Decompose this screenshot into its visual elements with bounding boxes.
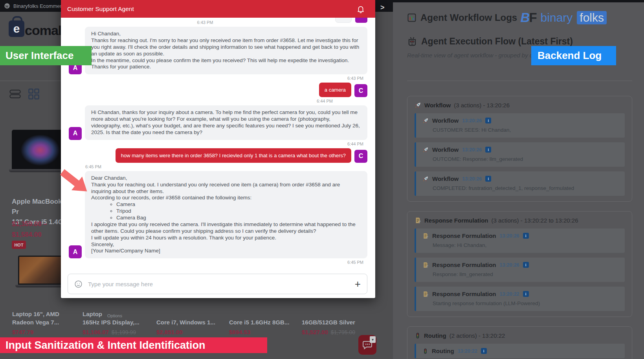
product-image-macbook[interactable]: [12, 130, 66, 172]
truncated-message: [335, 18, 367, 23]
product-title-line: [302, 311, 371, 319]
hot-badge: HOT: [12, 241, 26, 249]
binaryfolks-logo: BF binary folks: [521, 10, 607, 25]
log-entry: Response Formulation 13:20:26 i Response…: [415, 258, 625, 282]
chat-message: A Hi Chandan, Thanks for reaching out. I…: [69, 27, 367, 74]
screenshot-root: Binaryfolks Ecommerce e comall Apple Mac…: [0, 0, 644, 359]
avatar: A: [69, 127, 82, 140]
info-icon[interactable]: i: [481, 348, 487, 354]
label-user-interface: User Interface: [0, 46, 92, 65]
chat-message: A Hi Chandan, thanks for your inquiry ab…: [69, 105, 367, 140]
emoji-icon[interactable]: [74, 280, 83, 288]
info-icon[interactable]: i: [485, 147, 491, 153]
price: $747.79: [12, 329, 33, 335]
logo-letter-b: B: [521, 10, 529, 25]
log-entry-body: Response: llm_generated: [433, 271, 619, 278]
info-icon[interactable]: i: [523, 233, 529, 239]
log-group-title: Response Formulation: [424, 217, 488, 224]
chat-header: Customer Support Agent: [61, 0, 375, 18]
bell-icon[interactable]: [356, 5, 365, 13]
log-group-header: Workflow (3 actions) - 13:20:26: [415, 102, 625, 109]
shop-logo[interactable]: e comall: [9, 20, 65, 37]
message-text: I apologize that you only received the c…: [91, 221, 361, 235]
message-text: I will update you within 24 hours with a…: [91, 235, 361, 241]
panel-subtitle-row: Agent Execution Flow (Latest First): [407, 35, 632, 47]
product-card[interactable]: Core i7, Windows 1... $2,851.00: [156, 311, 226, 335]
log-entry-time: 13:20:26: [462, 118, 482, 123]
log-entry: Workflow 13:20:26 i CUSTOMER SEES: Hi Ch…: [415, 113, 625, 138]
agent-bubble: Hi Chandan, thanks for your inquiry abou…: [85, 105, 367, 140]
message-text: Thanks for reaching out. I'm sorry to he…: [91, 37, 361, 57]
list-view-icon[interactable]: [9, 89, 21, 99]
info-icon[interactable]: i: [485, 118, 491, 123]
product-card[interactable]: Laptop 16", AMD Radeon Vega 7... $747.79: [12, 311, 81, 335]
avatar: C: [354, 84, 367, 97]
scroll-down-button[interactable]: ▾: [370, 336, 376, 343]
memo-icon: [422, 262, 429, 268]
log-entry-time: 13:20:26: [462, 147, 482, 153]
timestamp: 6:43 PM: [69, 20, 367, 25]
logo-binary-text: binary: [541, 11, 573, 24]
log-entry-header: Response Formulation 13:20:22 i: [422, 290, 619, 298]
info-icon[interactable]: i: [523, 262, 529, 268]
product-title-line: [156, 311, 226, 319]
log-entry-time: 13:20:26: [500, 262, 519, 268]
chevron-right-icon[interactable]: >: [380, 4, 385, 12]
customer-bubble: a camera: [319, 83, 351, 97]
product-price: $894.53: [229, 329, 298, 335]
price: $2,851.00: [156, 329, 183, 335]
flow-heading: Agent Execution Flow (Latest First): [421, 36, 573, 47]
price: $1,527.00: [302, 329, 328, 335]
robot-icon: [407, 36, 417, 46]
log-entry-name: Workflow: [432, 117, 459, 124]
message-text: Thank you for reaching out. I understand…: [91, 182, 361, 195]
log-entry: Routing 13:20:22 i: [415, 344, 625, 358]
log-group-workflow: Workflow (3 actions) - 13:20:26 Workflow…: [407, 96, 632, 202]
log-group-meta: (2 actions) - 13:20:22: [450, 332, 505, 339]
bar-chart-icon: [407, 13, 416, 22]
log-group-title: Routing: [424, 332, 446, 339]
price-line: $1,359.00 –: [12, 219, 47, 229]
product-card[interactable]: Core i5 1.6GHz 8GB... $894.53: [229, 311, 298, 335]
log-entry-header: Workflow 13:20:26 i: [422, 175, 619, 182]
product-image-laptop[interactable]: [18, 256, 66, 287]
chat-input-bar: +: [68, 274, 367, 294]
message-text: Thanks for your patience.: [91, 64, 361, 70]
attach-button[interactable]: +: [355, 279, 361, 289]
price-line: $1,584.00: [12, 229, 47, 240]
product-title-line: Core i5 1.6GHz 8GB...: [229, 319, 298, 327]
agent-bubble: Dear Chandan, Thank you for reaching out…: [85, 171, 367, 259]
memo-icon: [415, 217, 421, 224]
rocket-icon: [422, 176, 429, 182]
log-entry-body: CUSTOMER SEES: Hi Chandan,: [433, 127, 619, 134]
log-entry-header: Response Formulation 13:20:26 i: [422, 232, 619, 239]
grid-view-icon[interactable]: [28, 88, 40, 100]
divider: [407, 81, 632, 81]
product-card[interactable]: 16GB/512GB Silver $1,527.00$1,795.00: [302, 311, 371, 335]
chat-message: how many items were there in order 3658?…: [69, 148, 367, 163]
log-entry-time: 13:20:22: [458, 348, 477, 354]
list-item: Tripod: [116, 208, 361, 215]
list-item: Camera: [116, 201, 361, 208]
info-icon[interactable]: i: [485, 176, 491, 182]
admin-bar-title: Binaryfolks Ecommerce: [13, 3, 67, 9]
log-entry-name: Routing: [432, 348, 454, 354]
options-link[interactable]: Options: [107, 313, 122, 318]
message-text: Dear Chandan,: [91, 175, 361, 182]
product-price: $1,359.00 – $1,584.00: [12, 219, 47, 240]
info-icon[interactable]: i: [523, 291, 529, 297]
shop-logo-letter: e: [13, 23, 20, 35]
message-input[interactable]: [87, 280, 350, 288]
order-items-list: Camera Tripod Camera Bag: [91, 201, 361, 221]
price: $1,106.07: [83, 329, 109, 335]
log-entry: Response Formulation 13:20:22 i Starting…: [415, 287, 625, 311]
log-entry-time: 13:20:26: [500, 233, 519, 239]
product-price: $1,527.00$1,795.00: [302, 329, 371, 335]
product-title-line: [229, 311, 298, 319]
message-text: [Your Name/Company Name]: [91, 248, 361, 254]
customer-bubble: how many items were there in order 3658?…: [116, 148, 351, 163]
log-entry-time: 13:20:26: [462, 176, 482, 182]
avatar: C: [354, 150, 367, 163]
memo-icon: [422, 291, 429, 297]
chat-message-list[interactable]: 6:43 PM A Hi Chandan, Thanks for reachin…: [61, 18, 375, 273]
